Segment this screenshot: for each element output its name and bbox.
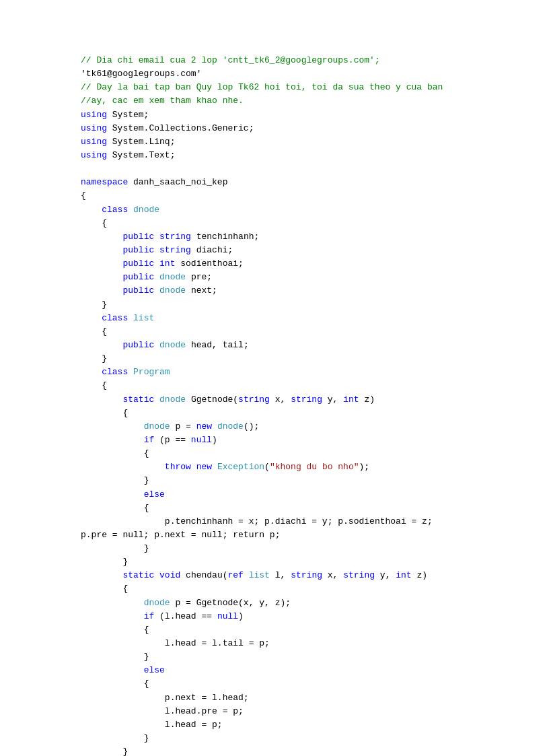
line-class-program: class xyxy=(102,367,128,377)
line-using-1: using xyxy=(81,110,107,120)
line-string-1: 'tk61@googlegroups.com' xyxy=(81,69,201,79)
code-editor: // Dia chi email cua 2 lop 'cntt_tk6_2@g… xyxy=(27,13,549,756)
line-using-4: using xyxy=(81,150,107,160)
line-namespace: namespace xyxy=(81,177,128,187)
line-using-2: using xyxy=(81,123,107,133)
line-using-3: using xyxy=(81,137,107,147)
line-class-dnode: class xyxy=(102,205,128,215)
line-comment-1: // Dia chi email cua 2 lop 'cntt_tk6_2@g… xyxy=(81,55,380,65)
line-class-list: class xyxy=(102,313,128,323)
line-comment-2: // Day la bai tap ban Quy lop Tk62 hoi t… xyxy=(81,82,443,92)
code-content: // Dia chi email cua 2 lop 'cntt_tk6_2@g… xyxy=(81,54,549,756)
line-comment-3: //ay, cac em xem tham khao nhe. xyxy=(81,96,244,106)
